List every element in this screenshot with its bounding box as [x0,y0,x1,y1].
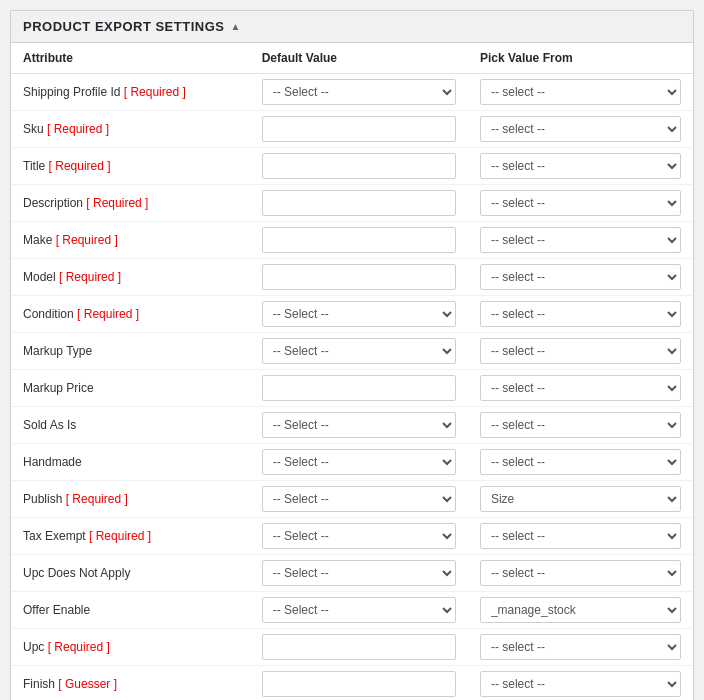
attribute-cell: Markup Type [11,333,250,370]
table-row: Upc Does Not Apply -- Select ---- select… [11,555,693,592]
pick-select[interactable]: -- select -- [480,449,681,475]
attribute-cell: Title [ Required ] [11,148,250,185]
table-row: Finish [ Guesser ]-- select -- [11,666,693,701]
pick-select[interactable]: -- select -- [480,338,681,364]
pick-value-cell: -- select -- [468,296,693,333]
attribute-cell: Sku [ Required ] [11,111,250,148]
default-input[interactable] [262,153,456,179]
default-value-cell [250,629,468,666]
default-select[interactable]: -- Select -- [262,79,456,105]
col-header-pick: Pick Value From [468,43,693,74]
table-header-row: Attribute Default Value Pick Value From [11,43,693,74]
pick-select[interactable]: -- select -- [480,412,681,438]
default-value-cell: -- Select -- [250,555,468,592]
attribute-name: Upc Does Not Apply [23,566,130,580]
default-input[interactable] [262,375,456,401]
default-select[interactable]: -- Select -- [262,597,456,623]
attribute-name: Shipping Profile Id [ Required ] [23,85,186,99]
pick-select[interactable]: -- select -- [480,634,681,660]
required-badge: [ Required ] [77,307,139,321]
required-badge: [ Required ] [49,159,111,173]
pick-select[interactable]: -- select -- [480,560,681,586]
default-input[interactable] [262,190,456,216]
pick-select[interactable]: _manage_stock [480,597,681,623]
attribute-cell: Finish [ Guesser ] [11,666,250,701]
required-badge: [ Required ] [124,85,186,99]
pick-select[interactable]: Size [480,486,681,512]
required-badge: [ Required ] [48,640,110,654]
pick-select[interactable]: -- select -- [480,227,681,253]
default-select[interactable]: -- Select -- [262,338,456,364]
attribute-cell: Publish [ Required ] [11,481,250,518]
default-select[interactable]: -- Select -- [262,301,456,327]
table-container: Attribute Default Value Pick Value From … [11,43,693,700]
default-select[interactable]: -- Select -- [262,523,456,549]
default-value-cell: -- Select -- [250,296,468,333]
pick-select[interactable]: -- select -- [480,301,681,327]
default-value-cell [250,259,468,296]
attribute-name: Upc [ Required ] [23,640,110,654]
pick-value-cell: -- select -- [468,185,693,222]
default-select[interactable]: -- Select -- [262,486,456,512]
default-value-cell [250,148,468,185]
default-value-cell [250,111,468,148]
default-value-cell [250,222,468,259]
attribute-cell: Make [ Required ] [11,222,250,259]
col-header-default: Default Value [250,43,468,74]
required-badge: [ Required ] [59,270,121,284]
attribute-name: Sku [ Required ] [23,122,109,136]
default-input[interactable] [262,116,456,142]
default-value-cell: -- Select -- [250,407,468,444]
table-row: Title [ Required ]-- select -- [11,148,693,185]
pick-value-cell: -- select -- [468,370,693,407]
pick-select[interactable]: -- select -- [480,190,681,216]
pick-value-cell: -- select -- [468,518,693,555]
table-row: Publish [ Required ]-- Select --Size [11,481,693,518]
col-header-attribute: Attribute [11,43,250,74]
panel-header: PRODUCT EXPORT SETTINGS ▲ [11,11,693,43]
pick-select[interactable]: -- select -- [480,153,681,179]
default-input[interactable] [262,227,456,253]
table-row: Markup Type -- Select ---- select -- [11,333,693,370]
pick-select[interactable]: -- select -- [480,264,681,290]
pick-value-cell: -- select -- [468,148,693,185]
required-badge: [ Required ] [66,492,128,506]
pick-value-cell: -- select -- [468,407,693,444]
attribute-name: Markup Type [23,344,92,358]
pick-value-cell: -- select -- [468,259,693,296]
attribute-cell: Upc [ Required ] [11,629,250,666]
attribute-name: Sold As Is [23,418,76,432]
default-value-cell: -- Select -- [250,74,468,111]
default-value-cell: -- Select -- [250,444,468,481]
default-select[interactable]: -- Select -- [262,412,456,438]
pick-value-cell: -- select -- [468,444,693,481]
default-input[interactable] [262,264,456,290]
attribute-name: Tax Exempt [ Required ] [23,529,151,543]
attribute-cell: Model [ Required ] [11,259,250,296]
default-value-cell [250,185,468,222]
default-select[interactable]: -- Select -- [262,560,456,586]
default-input[interactable] [262,671,456,697]
attribute-name: Finish [ Guesser ] [23,677,117,691]
pick-select[interactable]: -- select -- [480,375,681,401]
default-value-cell [250,370,468,407]
table-row: Upc [ Required ]-- select -- [11,629,693,666]
table-row: Tax Exempt [ Required ]-- Select ---- se… [11,518,693,555]
default-value-cell: -- Select -- [250,518,468,555]
table-row: Model [ Required ]-- select -- [11,259,693,296]
default-select[interactable]: -- Select -- [262,449,456,475]
pick-select[interactable]: -- select -- [480,116,681,142]
attribute-name: Markup Price [23,381,94,395]
table-row: Handmade -- Select ---- select -- [11,444,693,481]
pick-select[interactable]: -- select -- [480,671,681,697]
pick-select[interactable]: -- select -- [480,79,681,105]
pick-select[interactable]: -- select -- [480,523,681,549]
table-row: Make [ Required ]-- select -- [11,222,693,259]
toggle-icon[interactable]: ▲ [230,21,240,32]
pick-value-cell: -- select -- [468,555,693,592]
pick-value-cell: -- select -- [468,333,693,370]
default-input[interactable] [262,634,456,660]
attribute-cell: Sold As Is [11,407,250,444]
attribute-cell: Condition [ Required ] [11,296,250,333]
default-value-cell [250,666,468,701]
